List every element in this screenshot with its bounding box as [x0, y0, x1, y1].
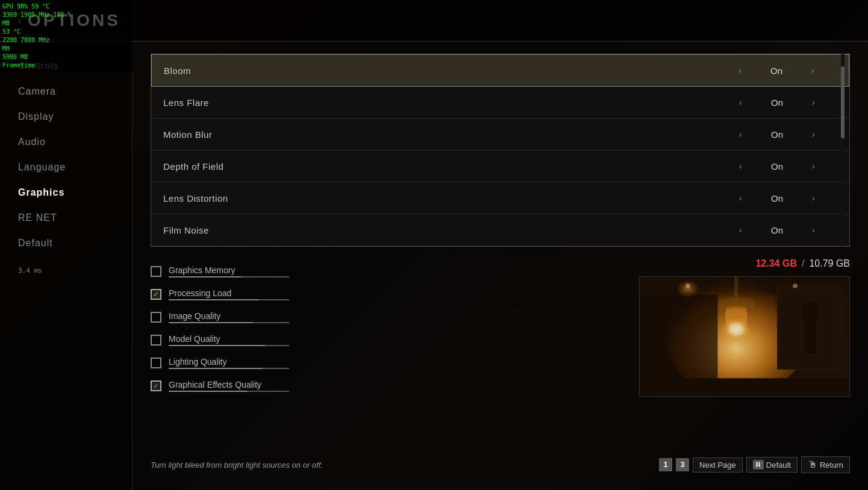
checkbox-lighting[interactable] — [151, 358, 161, 368]
checklist-panel: Graphics Memory Processing Load — [151, 256, 627, 449]
check-bar-fill-processing — [169, 299, 259, 300]
default-key-badge: R — [753, 460, 764, 470]
perf-row-ram3: 5986 MB — [2, 53, 130, 61]
page-badge-total: 3 — [676, 458, 689, 471]
perf-row-gpu3: MB — [2, 19, 130, 28]
lensflare-value: On — [759, 98, 795, 108]
svg-rect-18 — [640, 277, 849, 396]
preview-image — [639, 276, 850, 397]
check-bar-fill-graphical — [169, 391, 247, 392]
frametime-row: Frametime — [2, 61, 130, 70]
check-item-model[interactable]: Model Quality — [151, 330, 627, 350]
checkbox-image[interactable] — [151, 312, 161, 323]
setting-control-lensflare: ‹ On › — [717, 95, 837, 110]
mouse-icon: 🖱 — [808, 459, 817, 470]
check-item-graphical[interactable]: Graphical Effects Quality — [151, 376, 627, 395]
setting-name-dof: Depth of Field — [163, 161, 717, 172]
check-item-memory[interactable]: Graphics Memory — [151, 262, 627, 281]
checkbox-processing[interactable] — [151, 289, 161, 300]
memory-used: 12.34 GB — [755, 258, 796, 269]
filmnoise-arrow-left[interactable]: ‹ — [734, 223, 747, 237]
setting-control-lensdistortion: ‹ On › — [717, 191, 837, 205]
check-bar-memory — [169, 276, 289, 278]
next-page-button[interactable]: Next Page — [693, 457, 743, 473]
check-label-model: Model Quality — [169, 334, 627, 344]
check-label-memory: Graphics Memory — [169, 265, 627, 275]
footer-controls: 1 3 Next Page R Default 🖱 Return — [659, 456, 850, 473]
lensflare-arrow-left[interactable]: ‹ — [734, 95, 747, 110]
setting-row-bloom[interactable]: Bloom ‹ On › — [151, 54, 849, 87]
check-label-lighting: Lighting Quality — [169, 357, 627, 367]
lensdistortion-value: On — [759, 193, 795, 203]
bottom-section: Graphics Memory Processing Load — [151, 256, 850, 449]
sidebar-item-audio[interactable]: Audio — [0, 129, 132, 155]
motionblur-arrow-left[interactable]: ‹ — [734, 127, 747, 141]
frametime-display: 3.4 ms — [0, 262, 132, 279]
dof-value: On — [759, 161, 795, 172]
scrollbar-thumb[interactable] — [841, 66, 845, 138]
sidebar-item-language[interactable]: Language — [0, 155, 132, 180]
memory-total: 10.79 GB — [809, 258, 850, 269]
check-item-processing[interactable]: Processing Load — [151, 285, 627, 304]
setting-row-motionblur[interactable]: Motion Blur ‹ On › — [151, 119, 849, 150]
dof-arrow-right[interactable]: › — [807, 159, 820, 173]
check-bar-fill-memory — [169, 276, 241, 278]
bloom-arrow-left[interactable]: ‹ — [734, 63, 746, 78]
check-bar-fill-image — [169, 322, 253, 323]
preview-panel: 12.34 GB / 10.79 GB — [639, 256, 850, 449]
lensflare-arrow-right[interactable]: › — [807, 95, 820, 110]
memory-bar: 12.34 GB / 10.79 GB — [639, 256, 850, 271]
dof-arrow-left[interactable]: ‹ — [734, 159, 747, 173]
next-page-label: Next Page — [699, 461, 736, 470]
check-item-image[interactable]: Image Quality — [151, 308, 627, 327]
sidebar-item-renet[interactable]: RE NET — [0, 205, 132, 231]
check-item-lighting[interactable]: Lighting Quality — [151, 353, 627, 373]
sidebar-item-default[interactable]: Default — [0, 231, 132, 256]
lensdistortion-arrow-right[interactable]: › — [807, 191, 820, 205]
default-label: Default — [766, 461, 791, 470]
setting-row-lensflare[interactable]: Lens Flare ‹ On › — [151, 87, 849, 119]
perf-row-gpu2: 3369 1905 MHz 100 % — [2, 11, 130, 19]
settings-list: Bloom ‹ On › Lens Flare ‹ On › — [151, 54, 850, 247]
check-bar-model — [169, 345, 289, 346]
sidebar-item-display[interactable]: Display — [0, 104, 132, 129]
sidebar: Controls Camera Display Audio Language G… — [0, 42, 133, 490]
perf-row-gpu: GPU 98% 59 °C — [2, 2, 130, 11]
check-label-graphical: Graphical Effects Quality — [169, 380, 627, 389]
setting-name-filmnoise: Film Noise — [163, 225, 717, 235]
sidebar-item-camera[interactable]: Camera — [0, 79, 132, 104]
perf-row-ram2: MH — [2, 45, 130, 53]
main-panel: Bloom ‹ On › Lens Flare ‹ On › — [133, 42, 868, 490]
check-label-processing: Processing Load — [169, 288, 627, 298]
return-button[interactable]: 🖱 Return — [801, 456, 850, 473]
check-label-image: Image Quality — [169, 311, 627, 321]
checkbox-memory[interactable] — [151, 266, 161, 277]
performance-overlay: GPU 98% 59 °C 3369 1905 MHz 100 % MB 53 … — [0, 0, 133, 72]
content-area: Controls Camera Display Audio Language G… — [0, 42, 868, 490]
checkbox-graphical[interactable] — [151, 380, 161, 391]
motionblur-value: On — [759, 129, 795, 140]
lensdistortion-arrow-left[interactable]: ‹ — [734, 191, 747, 205]
setting-name-motionblur: Motion Blur — [163, 129, 717, 140]
bloom-arrow-right[interactable]: › — [807, 63, 819, 78]
filmnoise-arrow-right[interactable]: › — [807, 223, 820, 237]
scrollbar[interactable] — [841, 54, 845, 246]
checkbox-model[interactable] — [151, 335, 161, 346]
perf-row-ram: 2280 7000 MHz — [2, 36, 130, 45]
footer-hint: Turn light bleed from bright light sourc… — [151, 461, 323, 470]
default-button[interactable]: R Default — [746, 457, 798, 473]
check-bar-fill-lighting — [169, 368, 263, 369]
footer: Turn light bleed from bright light sourc… — [151, 449, 850, 478]
setting-row-lensdistortion[interactable]: Lens Distortion ‹ On › — [151, 182, 849, 214]
check-bar-processing — [169, 299, 289, 300]
check-bar-fill-model — [169, 345, 265, 346]
page-badge-current: 1 — [659, 458, 672, 471]
filmnoise-value: On — [759, 225, 795, 235]
setting-row-dof[interactable]: Depth of Field ‹ On › — [151, 150, 849, 182]
check-bar-lighting — [169, 368, 289, 369]
motionblur-arrow-right[interactable]: › — [807, 127, 820, 141]
sidebar-item-graphics[interactable]: Graphics — [0, 180, 132, 205]
setting-control-bloom: ‹ On › — [716, 63, 837, 78]
setting-control-filmnoise: ‹ On › — [717, 223, 837, 237]
setting-row-filmnoise[interactable]: Film Noise ‹ On › — [151, 214, 849, 246]
